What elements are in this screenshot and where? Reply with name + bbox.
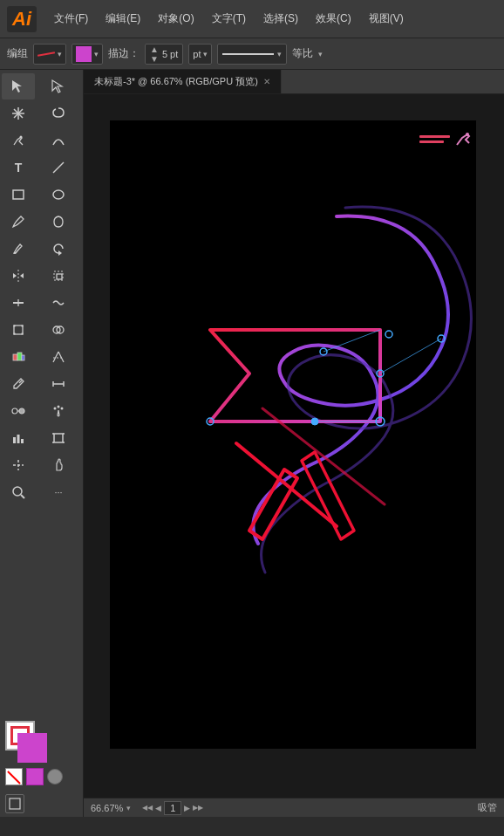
svg-marker-0 <box>12 80 22 93</box>
nav-last-button[interactable]: ▶▶ <box>193 804 203 812</box>
perspective-grid-tool[interactable] <box>42 344 75 370</box>
rectangle-tool[interactable] <box>2 182 35 208</box>
canvas-viewport[interactable] <box>84 94 504 798</box>
stroke-color-control[interactable]: ▾ <box>33 44 66 65</box>
stroke-size-label: 描边： <box>108 46 140 61</box>
document-tab[interactable]: 未标题-3* @ 66.67% (RGB/GPU 预览) ✕ <box>84 70 282 93</box>
curvature-tool[interactable] <box>42 127 75 154</box>
unit-dropdown-arrow: ▾ <box>203 50 208 58</box>
watermark-pen-icon <box>453 129 478 148</box>
menu-select[interactable]: 选择(S) <box>260 10 302 28</box>
stroke-size-stepper-up[interactable]: ▲▼ <box>150 45 159 64</box>
pen-tool[interactable] <box>2 127 35 154</box>
fill-swatch[interactable] <box>17 733 47 763</box>
svg-line-63 <box>380 339 441 373</box>
artwork <box>110 164 485 670</box>
lasso-tool[interactable] <box>42 100 75 127</box>
nav-next-button[interactable]: ▶ <box>184 804 190 812</box>
svg-marker-1 <box>52 80 62 93</box>
svg-point-9 <box>53 190 64 199</box>
status-tool-label: 吸管 <box>478 801 497 814</box>
stroke-fill-box[interactable] <box>5 721 54 764</box>
svg-point-6 <box>20 136 23 139</box>
free-transform-tool[interactable] <box>2 317 35 343</box>
svg-rect-54 <box>10 798 20 809</box>
pencil-tool[interactable] <box>2 236 35 262</box>
fill-color-control[interactable]: ▾ <box>72 44 103 65</box>
fill-dropdown-arrow: ▾ <box>94 50 99 58</box>
nav-first-button[interactable]: ◀◀ <box>142 804 153 812</box>
magic-wand-tool[interactable] <box>2 100 35 127</box>
shape-builder-tool[interactable] <box>42 317 75 343</box>
stroke-unit-dropdown[interactable]: pt ▾ <box>188 44 212 65</box>
menu-view[interactable]: 视图(V) <box>365 10 407 28</box>
zoom-control[interactable]: 66.67% ▾ <box>91 803 135 813</box>
width-tool[interactable] <box>2 290 35 316</box>
ellipse-tool[interactable] <box>42 182 75 208</box>
nav-prev-button[interactable]: ◀ <box>155 804 161 812</box>
blend-tool[interactable] <box>2 398 35 424</box>
stroke-dropdown-arrow: ▾ <box>58 50 62 58</box>
scale-tool[interactable] <box>42 263 75 289</box>
ai-logo: Ai <box>7 6 37 32</box>
svg-marker-11 <box>58 250 62 256</box>
column-graph-tool[interactable] <box>2 425 35 451</box>
page-number[interactable]: 1 <box>164 801 181 815</box>
watermark <box>419 129 478 148</box>
menu-edit[interactable]: 编辑(E) <box>102 10 144 28</box>
menu-bar: Ai 文件(F) 编辑(E) 对象(O) 文字(T) 选择(S) 效果(C) 视… <box>0 0 504 38</box>
svg-rect-43 <box>17 435 20 443</box>
paintbrush-tool[interactable] <box>2 209 35 235</box>
extra-tool[interactable]: ··· <box>42 479 75 505</box>
page-navigation: ◀◀ ◀ 1 ▶ ▶▶ <box>142 801 203 815</box>
zoom-tool[interactable] <box>2 479 35 505</box>
color-swatches <box>0 716 83 791</box>
warp-tool[interactable] <box>42 290 75 316</box>
zoom-dropdown-arrow[interactable]: ▾ <box>126 804 135 812</box>
live-paint-tool[interactable] <box>2 344 35 370</box>
watermark-line-2 <box>419 140 444 143</box>
svg-rect-27 <box>17 353 22 360</box>
svg-point-41 <box>61 408 64 410</box>
none-swatch[interactable] <box>5 768 23 785</box>
line-tool[interactable] <box>42 154 75 181</box>
purple-swatch[interactable] <box>26 768 44 785</box>
line-style-control[interactable]: ▾ <box>217 44 287 65</box>
hand-tool[interactable] <box>42 452 75 478</box>
menu-type[interactable]: 文字(T) <box>208 10 249 28</box>
svg-point-37 <box>19 408 24 414</box>
menu-effect[interactable]: 效果(C) <box>312 10 355 28</box>
rotate-tool[interactable] <box>42 236 75 262</box>
selection-tool[interactable] <box>2 73 35 99</box>
svg-point-57 <box>385 331 392 338</box>
svg-point-52 <box>13 487 22 496</box>
blob-brush-tool[interactable] <box>42 209 75 235</box>
menu-file[interactable]: 文件(F) <box>51 10 92 28</box>
reflect-tool[interactable] <box>2 263 35 289</box>
direct-selection-tool[interactable] <box>42 73 75 99</box>
svg-rect-21 <box>22 325 24 327</box>
menu-object[interactable]: 对象(O) <box>154 10 197 28</box>
artboard-tool[interactable] <box>42 425 75 451</box>
tools-panel: T <box>0 70 84 817</box>
slice-tool[interactable] <box>2 452 35 478</box>
svg-line-62 <box>324 330 380 352</box>
screen-mode-btn[interactable] <box>5 794 24 813</box>
options-toolbar: 编组 ▾ ▾ 描边： ▲▼ 5 pt pt ▾ ▾ 等比 ▾ <box>0 38 504 70</box>
line-style-dropdown-arrow: ▾ <box>277 50 282 58</box>
type-tool[interactable]: T <box>2 154 35 181</box>
svg-rect-23 <box>22 333 24 335</box>
svg-rect-15 <box>57 274 62 279</box>
measure-tool[interactable] <box>42 371 75 397</box>
eyedropper-tool[interactable] <box>2 371 35 397</box>
extra-swatches <box>5 768 78 785</box>
group-label: 编组 <box>7 46 28 61</box>
gradient-swatch[interactable] <box>47 769 63 785</box>
tab-title: 未标题-3* @ 66.67% (RGB/GPU 预览) <box>94 75 258 88</box>
tab-close-button[interactable]: ✕ <box>263 77 270 86</box>
tab-bar: 未标题-3* @ 66.67% (RGB/GPU 预览) ✕ <box>84 70 504 94</box>
stroke-unit-label: pt <box>193 49 201 59</box>
svg-rect-26 <box>13 354 17 360</box>
stroke-size-input[interactable]: ▲▼ 5 pt <box>145 44 183 65</box>
symbol-sprayer-tool[interactable] <box>42 398 75 424</box>
